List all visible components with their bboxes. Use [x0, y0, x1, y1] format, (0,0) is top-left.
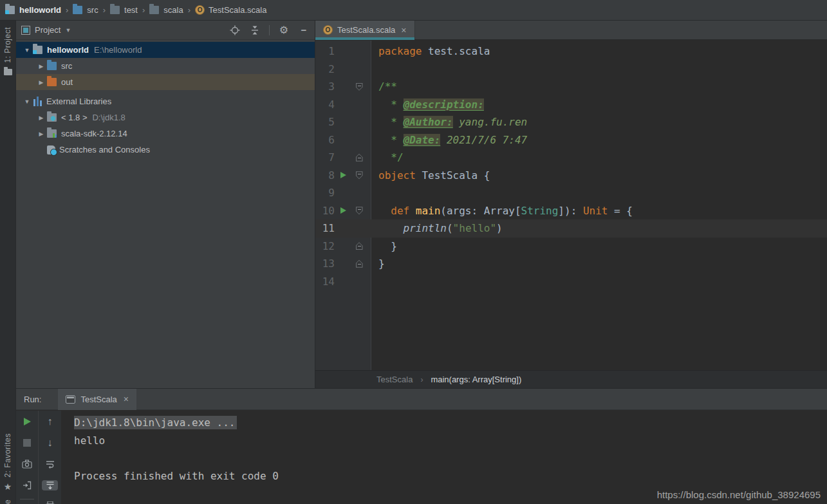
breadcrumb-helloworld[interactable]: helloworld: [5, 5, 61, 15]
code-text[interactable]: * @Author: yang.fu.ren: [372, 113, 527, 131]
close-icon[interactable]: ×: [401, 25, 406, 35]
breadcrumb-scala[interactable]: scala: [149, 5, 183, 15]
scroll-to-end-icon[interactable]: [42, 480, 58, 490]
breadcrumb-chevron-icon: ›: [188, 5, 190, 15]
twisty-closed-icon[interactable]: ▶: [35, 115, 47, 121]
editor-tab-label: TestScala.scala: [337, 25, 395, 35]
soft-wrap-icon[interactable]: [45, 459, 55, 469]
fold-close-icon[interactable]: [356, 260, 363, 268]
run-tab-testscala[interactable]: TestScala ×: [58, 389, 136, 410]
code-line-4[interactable]: 4 * @description:: [315, 96, 827, 114]
fold-open-icon[interactable]: [356, 207, 363, 214]
code-line-12[interactable]: 12 }: [315, 238, 827, 256]
tool-stripe-partial-label: e: [3, 496, 12, 504]
breadcrumb-chevron-icon: ›: [142, 5, 145, 15]
close-icon[interactable]: ×: [124, 394, 129, 404]
code-line-3[interactable]: 3/**: [315, 78, 827, 96]
gear-icon[interactable]: ⚙: [278, 24, 290, 36]
code-text[interactable]: * @description:: [372, 96, 484, 114]
tree-item-label: < 1.8 >: [61, 113, 87, 122]
breadcrumb-label: TestScala.scala: [209, 5, 266, 15]
left-tool-stripe: 1: Project 2: Favorites ★ e: [0, 21, 16, 504]
code-text[interactable]: println("hello"): [372, 219, 503, 238]
editor-tab-testscala[interactable]: TestScala.scala ×: [315, 21, 415, 39]
tree-item-label: src: [61, 61, 72, 71]
code-editor[interactable]: 1package test.scala23/**4 * @description…: [315, 41, 827, 370]
gutter-cell: 14: [315, 273, 372, 291]
code-line-5[interactable]: 5 * @Author: yang.fu.ren: [315, 113, 827, 131]
code-line-10[interactable]: 10 def main(args: Array[String]): Unit =…: [315, 202, 827, 220]
tree-item-scratches-and-consoles[interactable]: Scratches and Consoles: [16, 142, 315, 158]
code-text[interactable]: def main(args: Array[String]): Unit = {: [372, 202, 633, 220]
exit-icon[interactable]: [22, 480, 32, 490]
gutter-cell: 6: [315, 131, 372, 149]
print-icon[interactable]: [45, 501, 55, 504]
twisty-closed-icon[interactable]: ▶: [35, 131, 47, 137]
code-line-11[interactable]: 11 println("hello"): [315, 219, 827, 238]
tree-item-hint: D:\jdk1.8: [92, 113, 125, 122]
fold-open-icon[interactable]: [356, 83, 363, 91]
chevron-down-icon[interactable]: ▼: [65, 27, 71, 33]
breadcrumb-src[interactable]: src: [73, 5, 98, 15]
watermark-url: https://blog.csdn.net/github_38924695: [657, 489, 821, 500]
code-text[interactable]: }: [372, 238, 397, 256]
tool-stripe-favorites-button[interactable]: 2: Favorites: [3, 433, 12, 478]
breadcrumb-label: helloworld: [19, 5, 61, 15]
breadcrumb-testscala-scala[interactable]: TestScala.scala: [195, 5, 266, 15]
twisty-closed-icon[interactable]: ▶: [35, 79, 47, 86]
fold-close-icon[interactable]: [356, 154, 363, 162]
console-window-icon: [66, 395, 75, 404]
locate-icon[interactable]: [229, 24, 241, 36]
twisty-closed-icon[interactable]: ▶: [35, 63, 47, 70]
run-gutter-icon[interactable]: [340, 207, 346, 214]
code-line-7[interactable]: 7 */: [315, 149, 827, 167]
code-text[interactable]: * @Date: 2021/7/6 7:47: [372, 131, 527, 149]
folder-src-icon: [73, 6, 83, 14]
tree-item-label: scala-sdk-2.12.14: [61, 129, 127, 138]
tree-item-1-8[interactable]: ▶< 1.8 >D:\jdk1.8: [16, 109, 315, 126]
code-text[interactable]: package test.scala: [372, 42, 490, 61]
gutter-cell: 7: [315, 149, 372, 167]
breadcrumb-member[interactable]: main(args: Array[String]): [431, 375, 521, 384]
down-stack-icon[interactable]: ↓: [45, 438, 55, 448]
tree-item-external-libraries[interactable]: ▼External Libraries: [16, 93, 315, 109]
tree-item-helloworld[interactable]: ▼helloworldE:\helloworld: [16, 42, 315, 58]
screenshot-camera-icon[interactable]: [22, 459, 32, 469]
tree-item-src[interactable]: ▶src: [16, 58, 315, 74]
tree-item-out[interactable]: ▶out: [16, 74, 315, 90]
twisty-open-icon[interactable]: ▼: [21, 47, 33, 53]
code-line-13[interactable]: 13}: [315, 255, 827, 273]
run-gutter-icon[interactable]: [340, 172, 346, 178]
breadcrumb-class[interactable]: TestScala: [376, 375, 413, 384]
line-number: 8: [315, 169, 335, 182]
code-text[interactable]: /**: [372, 78, 397, 96]
code-line-1[interactable]: 1package test.scala: [315, 42, 827, 61]
fold-open-icon[interactable]: [356, 171, 363, 179]
code-line-8[interactable]: 8object TestScala {: [315, 167, 827, 185]
code-text[interactable]: object TestScala {: [372, 167, 490, 185]
code-line-6[interactable]: 6 * @Date: 2021/7/6 7:47: [315, 131, 827, 149]
line-number: 12: [315, 240, 335, 252]
code-line-2[interactable]: 2: [315, 61, 827, 79]
ide-window: helloworld›src›test›scala›TestScala.scal…: [0, 0, 827, 504]
tree-item-scala-sdk-2-12-14[interactable]: ▶scala-sdk-2.12.14: [16, 126, 315, 142]
project-panel-title[interactable]: Project: [35, 25, 60, 35]
hide-panel-icon[interactable]: −: [298, 24, 310, 36]
rerun-icon[interactable]: [22, 416, 32, 427]
code-line-14[interactable]: 14: [315, 273, 827, 291]
line-number: 7: [315, 151, 335, 163]
line-number: 10: [315, 205, 335, 217]
console-line-2: hello: [74, 432, 827, 450]
run-panel-header: Run: TestScala ×: [16, 388, 827, 410]
breadcrumb-chevron-icon: ›: [66, 5, 68, 15]
fold-close-icon[interactable]: [356, 242, 363, 250]
code-text[interactable]: */: [372, 149, 404, 167]
stop-icon[interactable]: [22, 438, 32, 448]
code-line-9[interactable]: 9: [315, 184, 827, 202]
collapse-all-icon[interactable]: [249, 24, 261, 36]
code-text[interactable]: }: [372, 255, 385, 273]
twisty-open-icon[interactable]: ▼: [21, 98, 33, 105]
up-stack-icon[interactable]: ↑: [45, 416, 55, 427]
breadcrumb-test[interactable]: test: [110, 5, 138, 15]
tool-stripe-project-button[interactable]: 1: Project: [3, 27, 12, 63]
